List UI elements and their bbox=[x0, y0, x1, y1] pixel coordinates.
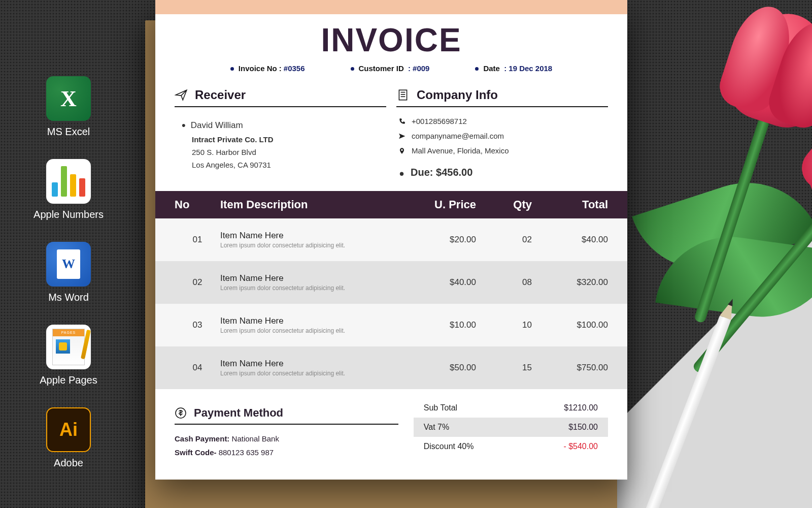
excel-icon: X bbox=[46, 76, 91, 121]
invoice-title: INVOICE bbox=[175, 21, 608, 59]
invoice-meta-row: Invoice No :#0356 Customer ID : #009 Dat… bbox=[175, 64, 608, 73]
app-label: Apple Numbers bbox=[20, 209, 117, 220]
th-no: No bbox=[175, 198, 220, 211]
company-email: companyname@email.com bbox=[398, 130, 608, 143]
th-total: Total bbox=[532, 198, 608, 211]
send-icon bbox=[398, 133, 405, 140]
cell-qty: 15 bbox=[476, 363, 532, 373]
subtotal-line: Sub Total$1210.00 bbox=[414, 398, 608, 418]
svg-rect-0 bbox=[399, 90, 407, 100]
payment-heading: Payment Method bbox=[175, 406, 398, 425]
building-icon bbox=[396, 88, 410, 102]
cell-price: $10.00 bbox=[400, 320, 476, 330]
cell-desc: Item Name HereLorem ipsum dolor consecte… bbox=[220, 231, 400, 249]
th-price: U. Price bbox=[400, 198, 476, 211]
app-word: W Ms Word bbox=[20, 242, 117, 303]
cell-total: $320.00 bbox=[532, 277, 608, 288]
cell-desc: Item Name HereLorem ipsum dolor consecte… bbox=[220, 316, 400, 334]
cell-price: $20.00 bbox=[400, 235, 476, 245]
table-row: 04Item Name HereLorem ipsum dolor consec… bbox=[155, 346, 627, 389]
cell-no: 01 bbox=[175, 235, 220, 245]
app-label: Apple Pages bbox=[20, 374, 117, 386]
cell-qty: 10 bbox=[476, 320, 532, 330]
discount-line: Discount 40%- $540.00 bbox=[414, 437, 608, 456]
app-icons-sidebar: X MS Excel Apple Numbers W Ms Word Apple… bbox=[20, 76, 117, 490]
pin-icon bbox=[398, 147, 405, 154]
th-desc: Item Description bbox=[220, 198, 400, 211]
receiver-address-line: Los Angeles, CA 90731 bbox=[192, 159, 386, 172]
invoice-sheet: INVOICE Invoice No :#0356 Customer ID : … bbox=[155, 0, 627, 480]
receiver-name: David William bbox=[192, 115, 386, 134]
meta-customer-id: Customer ID : #009 bbox=[351, 64, 430, 73]
company-info-heading: Company Info bbox=[396, 88, 608, 107]
cell-no: 02 bbox=[175, 277, 220, 288]
items-table: No Item Description U. Price Qty Total 0… bbox=[155, 191, 627, 389]
amount-due: Due: $456.00 bbox=[398, 164, 608, 181]
app-excel: X MS Excel bbox=[20, 76, 117, 138]
table-header: No Item Description U. Price Qty Total bbox=[155, 191, 627, 218]
app-label: Ms Word bbox=[20, 292, 117, 303]
cell-qty: 08 bbox=[476, 277, 532, 288]
pages-icon bbox=[46, 325, 91, 369]
company-info-block: Company Info +001285698712 companyname@e… bbox=[396, 88, 608, 181]
receiver-company: Intract Private Co. LTD bbox=[192, 134, 386, 146]
receiver-block: Receiver David William Intract Private C… bbox=[175, 88, 386, 181]
top-accent-band bbox=[155, 0, 627, 14]
receiver-heading: Receiver bbox=[175, 88, 386, 107]
app-label: MS Excel bbox=[20, 126, 117, 138]
app-label: Adobe bbox=[20, 457, 117, 469]
cell-no: 03 bbox=[175, 320, 220, 330]
paper-plane-icon bbox=[175, 88, 188, 102]
totals-block: Sub Total$1210.00 Vat 7%$150.00 Discount… bbox=[414, 398, 608, 459]
company-phone: +001285698712 bbox=[398, 115, 608, 128]
cell-total: $750.00 bbox=[532, 363, 608, 373]
table-row: 02Item Name HereLorem ipsum dolor consec… bbox=[155, 261, 627, 304]
cell-price: $50.00 bbox=[400, 363, 476, 373]
swift-code-line: Swift Code- 880123 635 987 bbox=[175, 446, 398, 459]
payment-method-block: Payment Method Cash Payment: National Ba… bbox=[175, 398, 398, 459]
table-row: 01Item Name HereLorem ipsum dolor consec… bbox=[155, 218, 627, 261]
app-illustrator: Ai Adobe bbox=[20, 407, 117, 469]
th-qty: Qty bbox=[476, 198, 532, 211]
cell-qty: 02 bbox=[476, 235, 532, 245]
company-address: Mall Avenue, Florida, Mexico bbox=[398, 145, 608, 157]
illustrator-icon: Ai bbox=[46, 407, 91, 452]
vat-line: Vat 7%$150.00 bbox=[414, 418, 608, 437]
dollar-circle-icon bbox=[175, 407, 187, 419]
app-pages: Apple Pages bbox=[20, 325, 117, 386]
app-numbers: Apple Numbers bbox=[20, 159, 117, 220]
receiver-address-line: 250 S. Harbor Blvd bbox=[192, 146, 386, 159]
cell-no: 04 bbox=[175, 363, 220, 373]
cell-total: $40.00 bbox=[532, 235, 608, 245]
cell-total: $100.00 bbox=[532, 320, 608, 330]
meta-date: Date : 19 Dec 2018 bbox=[475, 64, 552, 73]
table-row: 03Item Name HereLorem ipsum dolor consec… bbox=[155, 304, 627, 346]
phone-icon bbox=[398, 118, 405, 125]
meta-invoice-no: Invoice No :#0356 bbox=[230, 64, 305, 73]
cash-payment-line: Cash Payment: National Bank bbox=[175, 432, 398, 446]
word-icon: W bbox=[46, 242, 91, 287]
numbers-icon bbox=[46, 159, 91, 204]
cell-price: $40.00 bbox=[400, 277, 476, 288]
cell-desc: Item Name HereLorem ipsum dolor consecte… bbox=[220, 273, 400, 292]
cell-desc: Item Name HereLorem ipsum dolor consecte… bbox=[220, 359, 400, 377]
